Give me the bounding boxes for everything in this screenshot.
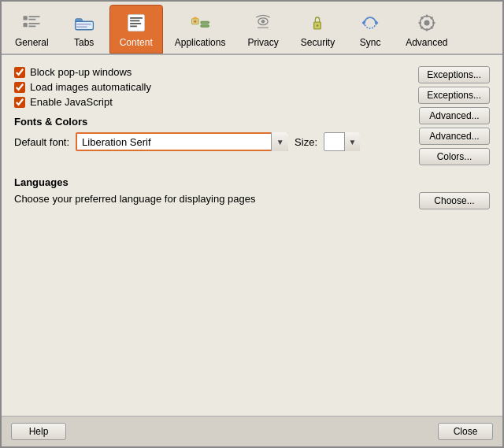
load-images-row: Load images automatically [14, 81, 403, 93]
applications-icon [187, 10, 213, 35]
privacy-label: Privacy [247, 37, 278, 48]
sync-icon [358, 10, 383, 35]
help-button[interactable]: Help [11, 423, 66, 440]
exceptions-button-1[interactable]: Exceptions... [418, 66, 490, 83]
content-icon [124, 10, 149, 35]
svg-rect-17 [201, 21, 209, 24]
bottom-bar: Help Close [2, 416, 502, 446]
svg-point-19 [194, 20, 197, 24]
svg-rect-11 [130, 17, 143, 19]
toolbar-item-tabs[interactable]: Tabs [61, 5, 108, 54]
svg-marker-26 [362, 20, 365, 26]
load-images-checkbox[interactable] [14, 82, 25, 93]
svg-rect-9 [76, 26, 87, 28]
languages-description: Choose your preferred language for displ… [14, 193, 255, 205]
close-button[interactable]: Close [438, 423, 493, 440]
advanced-icon [414, 10, 439, 35]
load-images-text: Load images automatically [30, 81, 151, 93]
svg-rect-0 [24, 16, 28, 20]
svg-rect-2 [29, 19, 36, 20]
default-font-label: Default font: [14, 136, 69, 148]
svg-point-21 [261, 20, 265, 23]
svg-point-24 [317, 24, 319, 27]
toolbar-item-applications[interactable]: Applications [165, 5, 236, 54]
block-popup-left: Block pop-up windows [14, 66, 132, 78]
general-icon [19, 10, 44, 35]
colors-button[interactable]: Colors... [419, 148, 490, 165]
main-flex: Block pop-up windows Load images automat… [14, 66, 490, 165]
svg-rect-1 [29, 16, 40, 17]
toolbar-item-sync[interactable]: Sync [346, 5, 394, 54]
general-label: General [15, 37, 49, 48]
languages-section: Languages Choose your preferred language… [14, 176, 490, 209]
languages-left: Languages Choose your preferred language… [14, 176, 255, 205]
svg-rect-5 [29, 26, 36, 28]
enable-js-text: Enable JavaScript [30, 96, 113, 108]
font-select[interactable]: Liberation Serif [76, 132, 288, 151]
svg-rect-22 [258, 27, 269, 28]
fonts-row: Default font: Liberation Serif ▼ Size: ▼ [14, 132, 403, 151]
languages-title: Languages [14, 176, 255, 188]
block-popup-label: Block pop-up windows [30, 66, 132, 78]
toolbar-item-advanced[interactable]: Advanced [395, 5, 458, 54]
enable-js-checkbox[interactable] [14, 97, 25, 108]
advanced-button-2[interactable]: Advanced... [419, 128, 490, 145]
block-popup-text: Block pop-up windows [30, 66, 132, 78]
security-icon [305, 10, 330, 35]
content-label: Content [120, 37, 153, 48]
svg-rect-18 [201, 25, 209, 28]
content-panel: Block pop-up windows Load images automat… [2, 55, 502, 416]
block-popup-row: Block pop-up windows [14, 66, 403, 78]
sync-label: Sync [360, 37, 381, 48]
svg-point-28 [424, 20, 429, 26]
size-select[interactable] [324, 132, 360, 151]
fonts-colors-title: Fonts & Colors [14, 116, 403, 128]
right-buttons: Exceptions... Exceptions... Advanced... … [411, 66, 490, 165]
enable-js-left: Enable JavaScript [14, 96, 113, 108]
exceptions-button-2[interactable]: Exceptions... [418, 87, 490, 104]
svg-rect-13 [130, 23, 141, 24]
toolbar-item-content[interactable]: Content [109, 5, 163, 54]
tabs-label: Tabs [74, 37, 94, 48]
svg-rect-4 [29, 23, 40, 24]
advanced-button-1[interactable]: Advanced... [419, 107, 490, 124]
load-images-left: Load images automatically [14, 81, 151, 93]
svg-rect-14 [130, 26, 137, 28]
svg-marker-25 [376, 20, 379, 26]
toolbar: General Tabs Content [2, 2, 502, 55]
font-select-wrapper: Liberation Serif ▼ [76, 132, 288, 151]
toolbar-item-security[interactable]: Security [291, 5, 345, 54]
size-select-wrapper: ▼ [324, 132, 360, 151]
size-label: Size: [295, 136, 317, 148]
tabs-icon [72, 10, 97, 35]
main-left: Block pop-up windows Load images automat… [14, 66, 403, 165]
choose-button[interactable]: Choose... [419, 192, 490, 209]
advanced-label: Advanced [406, 37, 447, 48]
svg-rect-8 [76, 24, 91, 25]
svg-rect-12 [130, 20, 139, 22]
enable-js-label: Enable JavaScript [30, 96, 113, 108]
svg-rect-3 [24, 23, 28, 27]
security-label: Security [301, 37, 335, 48]
applications-label: Applications [175, 37, 226, 48]
privacy-icon [250, 10, 276, 35]
svg-rect-7 [75, 21, 93, 30]
enable-js-row: Enable JavaScript [14, 96, 403, 108]
toolbar-item-privacy[interactable]: Privacy [237, 5, 288, 54]
block-popup-checkbox[interactable] [14, 67, 25, 78]
toolbar-item-general[interactable]: General [5, 5, 59, 54]
load-images-label: Load images automatically [30, 81, 151, 93]
svg-marker-16 [192, 17, 199, 19]
